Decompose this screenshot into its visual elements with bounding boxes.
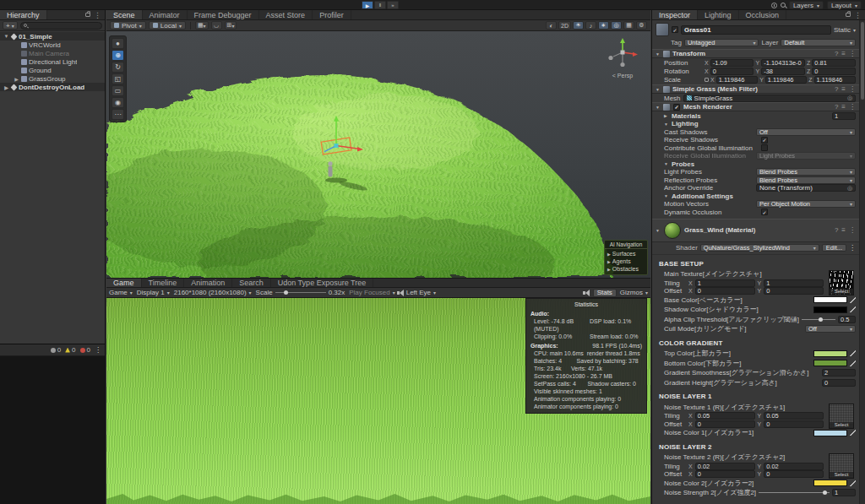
game-menu-dropdown[interactable]: Game ▾: [109, 289, 133, 296]
anchor-override-field[interactable]: None (Transform) ◎: [756, 184, 856, 192]
lock-icon[interactable]: [846, 13, 851, 17]
cast-shadows-dropdown[interactable]: Off ▾: [756, 128, 856, 136]
menu-icon[interactable]: ⋮: [95, 346, 101, 354]
layout-dropdown[interactable]: Layout ▾: [827, 1, 862, 9]
menu-icon[interactable]: ⋮: [94, 11, 101, 19]
scene-view-option-button[interactable]: 2D: [558, 21, 571, 30]
eyedropper-icon[interactable]: [850, 350, 856, 356]
base-color-swatch[interactable]: [813, 296, 847, 303]
offset-y-field[interactable]: 0: [764, 470, 824, 478]
pause-button[interactable]: ‖: [374, 1, 386, 9]
contribute-gi-checkbox[interactable]: [761, 144, 768, 151]
offset-x-field[interactable]: 0: [695, 287, 755, 295]
rotation-z-field[interactable]: 0: [812, 68, 856, 75]
hierarchy-item[interactable]: Ground: [0, 66, 105, 74]
menu-icon[interactable]: ⋮: [854, 11, 862, 19]
receive-shadows-checkbox[interactable]: ✓: [761, 137, 768, 144]
console-error-toggle[interactable]: 0: [80, 346, 90, 354]
object-picker-icon[interactable]: ◎: [847, 95, 852, 101]
alpha-clip-slider[interactable]: [802, 316, 835, 323]
create-menu-button[interactable]: + ▾: [3, 21, 18, 30]
orientation-gizmo[interactable]: < Persp: [603, 36, 642, 79]
scale-link-icon[interactable]: [705, 78, 709, 82]
dynamic-occlusion-checkbox[interactable]: ✓: [761, 209, 768, 215]
foldout-icon[interactable]: ▼: [3, 34, 9, 39]
view-tab[interactable]: Search: [232, 279, 271, 287]
hierarchy-item[interactable]: ▶ GrassGroup: [0, 74, 105, 83]
scene-view-option-button[interactable]: ☀: [573, 21, 584, 30]
hierarchy-item[interactable]: Main Camera: [0, 49, 105, 57]
position-z-field[interactable]: 0.81: [812, 59, 856, 67]
scene-view-option-button[interactable]: ∗: [598, 21, 609, 30]
mesh-filter-component-header[interactable]: ▼ Simple Grass (Mesh Filter) ? ≡ ⋮: [652, 84, 859, 94]
inspector-tab[interactable]: Inspector: [652, 10, 698, 19]
view-tab[interactable]: Scene: [106, 10, 143, 19]
play-focused-dropdown[interactable]: Play Focused ▾: [349, 289, 394, 296]
help-icon[interactable]: ?: [835, 226, 838, 234]
pivot-toggle[interactable]: Pivot ▾: [110, 21, 146, 30]
snap-settings-button[interactable]: ⊞▾: [225, 21, 237, 30]
component-enabled-checkbox[interactable]: ✓: [673, 104, 680, 111]
view-tab[interactable]: Animator: [143, 10, 188, 19]
presets-icon[interactable]: ≡: [841, 103, 846, 111]
menu-icon[interactable]: ⋮: [849, 85, 856, 93]
noise-texture-2-thumbnail[interactable]: Select: [829, 453, 854, 479]
probes-foldout-row[interactable]: ▼ Probes: [652, 160, 859, 168]
eyedropper-icon[interactable]: [850, 306, 856, 312]
top-color-swatch[interactable]: [813, 350, 847, 357]
eyedropper-icon[interactable]: [850, 430, 856, 436]
gizmos-dropdown[interactable]: Gizmos ▾: [620, 289, 648, 296]
view-tab[interactable]: Profiler: [313, 10, 351, 19]
ai-navigation-item[interactable]: ▶ Agents: [605, 257, 647, 265]
help-icon[interactable]: ?: [835, 85, 838, 93]
help-icon[interactable]: ?: [835, 50, 838, 57]
mesh-object-field[interactable]: SimpleGrass ◎: [683, 95, 856, 102]
view-tab[interactable]: Timeline: [142, 279, 185, 287]
foldout-icon[interactable]: ▼: [656, 51, 661, 57]
view-tab[interactable]: Asset Store: [259, 10, 313, 19]
grid-visibility-button[interactable]: ▦▾: [195, 21, 209, 30]
hierarchy-item[interactable]: ▶ DontDestroyOnLoad: [0, 83, 105, 91]
snap-toggle-button[interactable]: ◡: [211, 21, 222, 30]
menu-icon[interactable]: ⋮: [849, 244, 856, 252]
scale-z-field[interactable]: 1.119846: [814, 76, 856, 84]
object-picker-icon[interactable]: ◎: [847, 185, 852, 192]
scene-view-option-button[interactable]: ◎: [611, 21, 622, 30]
transform-component-header[interactable]: ▼ Transform ? ≡ ⋮: [652, 49, 859, 58]
scene-view-option-button[interactable]: ▦: [623, 21, 634, 30]
tiling-y-field[interactable]: 0.02: [764, 463, 824, 470]
tool-button[interactable]: ◉: [112, 97, 124, 108]
layers-dropdown[interactable]: Layers ▾: [789, 1, 824, 9]
console-warning-toggle[interactable]: 0: [65, 346, 75, 354]
scale-y-field[interactable]: 1.119846: [765, 76, 807, 84]
search-icon[interactable]: [781, 3, 786, 8]
material-header[interactable]: ▼ Grass_Wind (Material) ? ≡ ⋮: [652, 219, 859, 242]
scene-view-option-button[interactable]: ◐: [546, 21, 557, 30]
texture-select-button[interactable]: Select: [830, 472, 853, 478]
presets-icon[interactable]: ≡: [841, 226, 846, 234]
mesh-renderer-component-header[interactable]: ▼ ✓ Mesh Renderer ? ≡ ⋮: [652, 102, 859, 111]
gradient-height-field[interactable]: 0: [822, 379, 856, 387]
inspector-tab[interactable]: Occlusion: [739, 10, 787, 19]
lock-icon[interactable]: [85, 13, 90, 17]
presets-icon[interactable]: ≡: [841, 50, 846, 57]
hierarchy-item[interactable]: VRCWorld: [0, 41, 105, 49]
eyedropper-icon[interactable]: [850, 360, 856, 366]
play-button[interactable]: ▶: [362, 1, 373, 9]
noise-color-2-swatch[interactable]: [813, 480, 847, 486]
active-checkbox[interactable]: ✓: [672, 26, 678, 33]
static-dropdown[interactable]: Static ▾: [834, 26, 856, 34]
scale-slider[interactable]: [275, 292, 326, 293]
noise-strength-slider[interactable]: [759, 489, 830, 496]
noise-texture-1-thumbnail[interactable]: Select: [829, 404, 854, 429]
tab-hierarchy[interactable]: Hierarchy: [0, 10, 47, 19]
view-tab[interactable]: Frame Debugger: [188, 10, 259, 19]
position-x-field[interactable]: -1.09: [710, 59, 754, 67]
view-tab[interactable]: Animation: [184, 279, 232, 287]
eyedropper-icon[interactable]: [850, 480, 856, 486]
help-icon[interactable]: ?: [835, 103, 838, 111]
offset-x-field[interactable]: 0: [695, 420, 755, 428]
shader-edit-button[interactable]: Edit...: [822, 244, 846, 252]
bottom-color-swatch[interactable]: [813, 360, 847, 366]
tiling-x-field[interactable]: 1: [695, 279, 755, 287]
